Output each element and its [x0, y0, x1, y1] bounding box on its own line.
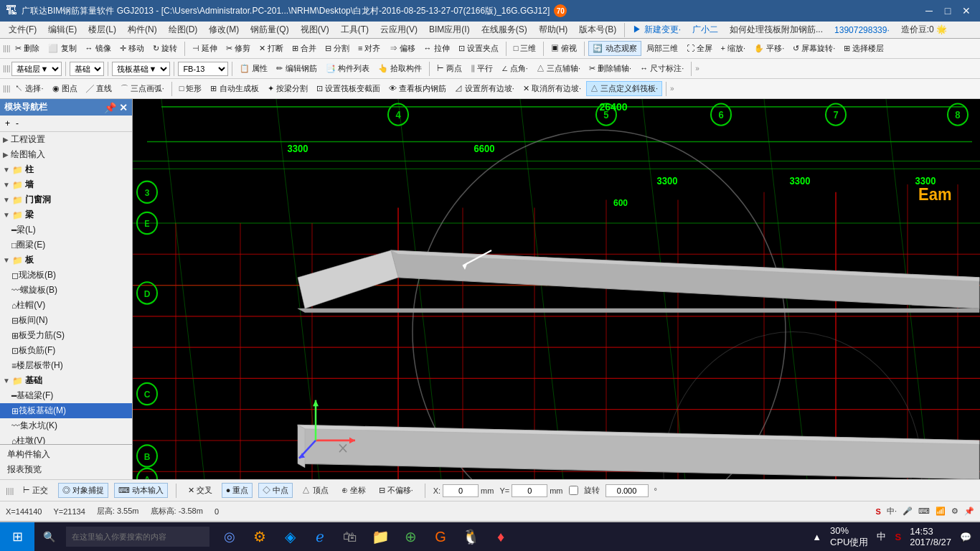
btn-view[interactable]: ▣ 俯视: [547, 42, 580, 55]
sidebar-item-beam-l[interactable]: ━ 梁(L): [0, 222, 132, 237]
btn-ortho[interactable]: ⊢ 正交: [19, 484, 52, 497]
sidebar-group-door[interactable]: ▼ 📁门窗洞: [0, 192, 132, 207]
sidebar-item-slab-force[interactable]: ⊞ 板受力筋(S): [0, 328, 132, 343]
slab-name-select[interactable]: FB-13: [178, 62, 228, 76]
menu-version[interactable]: 版本号(B): [573, 22, 622, 37]
btn-auto-slab[interactable]: ⊞ 自动生成板: [207, 82, 262, 95]
x-input[interactable]: [443, 484, 479, 497]
btn-component-list[interactable]: 📑 构件列表: [322, 62, 373, 75]
btn-local-3d[interactable]: 局部三维: [643, 42, 682, 55]
sidebar-item-slab-neg[interactable]: ⊡ 板负筋(F): [0, 343, 132, 358]
btn-copy[interactable]: ⬜ 复制: [44, 42, 80, 55]
btn-pick-component[interactable]: 👆 拾取构件: [374, 62, 425, 75]
menu-file[interactable]: 文件(F): [3, 22, 42, 37]
btn-parallel[interactable]: ∥ 平行: [467, 62, 496, 75]
menu-online[interactable]: 在线服务(S): [476, 22, 533, 37]
btn-dynamic-input[interactable]: ⌨ 动本输入: [114, 483, 168, 498]
btn-three-point-slab[interactable]: △ 三点定义斜筏板·: [586, 81, 662, 96]
btn-point[interactable]: ◉ 图点: [49, 82, 81, 95]
taskbar-lang-icon[interactable]: 中: [874, 530, 889, 543]
taskbar-icon-app2[interactable]: ◈: [275, 522, 304, 551]
btn-trim[interactable]: ✂ 修剪: [222, 42, 254, 55]
taskbar-icon-ggj[interactable]: G: [426, 522, 455, 551]
btn-cross[interactable]: ✕ 交叉: [184, 484, 216, 497]
btn-rotate[interactable]: ↻ 旋转: [149, 42, 181, 55]
canvas-area[interactable]: 4 5 6 7 8 3 E D C B A 26400 3300 660: [133, 99, 980, 479]
sidebar-item-settings[interactable]: ▶工程设置: [0, 132, 132, 147]
btn-property[interactable]: 📋 属性: [236, 62, 271, 75]
sidebar-item-raft[interactable]: ⊞ 筏板基础(M): [0, 403, 132, 418]
taskbar-icon-qq[interactable]: 🐧: [456, 522, 485, 551]
btn-align[interactable]: ≡ 对齐: [354, 42, 384, 55]
btn-stretch[interactable]: ↔ 拉伸: [420, 42, 453, 55]
menu-new-change[interactable]: ▶ 新建变更·: [627, 22, 687, 37]
btn-select-layer[interactable]: ⊞ 选择楼层: [840, 42, 887, 55]
layer-type-select[interactable]: 基础: [70, 62, 104, 76]
btn-snap[interactable]: ◎ 对象捕捉: [58, 483, 108, 498]
menu-tools[interactable]: 工具(T): [335, 22, 374, 37]
btn-move[interactable]: ✛ 移动: [116, 42, 148, 55]
sidebar-close-icon[interactable]: ✕: [119, 102, 128, 113]
menu-help[interactable]: 帮助(H): [533, 22, 574, 37]
btn-line[interactable]: ╱ 直线: [83, 82, 116, 95]
sidebar-item-spiral-slab[interactable]: 〰 螺旋板(B): [0, 283, 132, 298]
taskbar-icon-cortana[interactable]: ◎: [215, 522, 244, 551]
taskbar-icon-app3[interactable]: ♦: [486, 522, 515, 551]
minimize-button[interactable]: ─: [921, 3, 937, 19]
sidebar-item-sump[interactable]: 〰 集水坑(K): [0, 418, 132, 433]
rotate-input[interactable]: [606, 484, 649, 497]
menu-cloud[interactable]: 云应用(V): [374, 22, 423, 37]
sidebar-minus-btn[interactable]: -: [14, 118, 21, 129]
taskbar-notification[interactable]: 💬: [957, 532, 974, 542]
start-button[interactable]: ⊞: [0, 522, 34, 551]
btn-dimension[interactable]: ↔ 尺寸标注·: [636, 62, 687, 75]
close-button[interactable]: ✕: [958, 3, 974, 19]
menu-phone[interactable]: 13907298339·: [829, 24, 895, 37]
menu-view[interactable]: 视图(V): [295, 22, 335, 37]
taskbar-expand-icon[interactable]: ▲: [809, 532, 824, 542]
btn-no-offset[interactable]: ⊟ 不偏移·: [375, 484, 417, 497]
sidebar-item-floor-band[interactable]: ≡ 楼层板带(H): [0, 358, 132, 373]
sidebar-add-btn[interactable]: +: [3, 118, 12, 129]
btn-delete[interactable]: ✂ 删除: [11, 42, 43, 55]
btn-coord[interactable]: ⊕ 坐标: [338, 484, 369, 497]
btn-fullscreen[interactable]: ⛶ 全屏: [683, 42, 716, 55]
btn-view-slab-rebar[interactable]: 👁 查看板内钢筋: [385, 82, 450, 95]
btn-edit-rebar[interactable]: ✏ 编辑钢筋: [273, 62, 320, 75]
maximize-button[interactable]: □: [940, 3, 956, 19]
sidebar-item-draw[interactable]: ▶绘图输入: [0, 147, 132, 162]
sidebar-group-column[interactable]: ▼ 📁柱: [0, 162, 132, 177]
taskbar-search-input[interactable]: [66, 527, 209, 547]
btn-pan[interactable]: ✋ 平移·: [750, 42, 788, 55]
sidebar-item-found-beam[interactable]: ━ 基础梁(F): [0, 388, 132, 403]
btn-arc[interactable]: ⌒ 三点画弧·: [117, 82, 168, 95]
btn-mirror[interactable]: ↔ 镜像: [82, 42, 115, 55]
sidebar-group-slab[interactable]: ▼ 📁板: [0, 253, 132, 268]
btn-vertex[interactable]: △ 顶点: [298, 484, 331, 497]
btn-three-point-axis[interactable]: △ 三点辅轴·: [533, 62, 584, 75]
menu-question[interactable]: 如何处理筏板附加钢筋...: [724, 22, 829, 37]
sidebar-group-foundation[interactable]: ▼ 📁基础: [0, 373, 132, 388]
btn-set-section[interactable]: ⊡ 设置筏板变截面: [313, 82, 384, 95]
btn-extend[interactable]: ⊣ 延伸: [189, 42, 221, 55]
taskbar-icon-store[interactable]: 🛍: [336, 522, 364, 551]
btn-delete-axis[interactable]: ✂ 删除辅轴·: [585, 62, 635, 75]
btn-3d[interactable]: □ 三维: [510, 42, 540, 55]
sidebar-item-col-dunce[interactable]: ⌂ 柱墩(V): [0, 433, 132, 444]
sidebar-item-single[interactable]: 单构件输入: [4, 447, 128, 462]
sidebar-header-icons[interactable]: 📌 ✕: [104, 102, 128, 113]
btn-gravity[interactable]: ● 重点: [222, 483, 253, 498]
btn-merge[interactable]: ⊞ 合并: [288, 42, 320, 55]
slab-type-select[interactable]: 筏板基础▼: [112, 62, 170, 76]
sidebar-item-cast-slab[interactable]: ◻ 现浇板(B): [0, 268, 132, 283]
sidebar-group-wall[interactable]: ▼ 📁墙: [0, 177, 132, 192]
titlebar-controls[interactable]: ─ □ ✕: [921, 3, 974, 19]
btn-screen-rotate[interactable]: ↺ 屏幕旋转·: [789, 42, 839, 55]
y-input[interactable]: [512, 484, 547, 497]
menu-draw[interactable]: 绘图(D): [163, 22, 204, 37]
rotate-checkbox[interactable]: [569, 486, 578, 495]
menu-rebar-qty[interactable]: 钢筋量(Q): [245, 22, 294, 37]
btn-set-all-slope[interactable]: ⊿ 设置所有边坡·: [451, 82, 518, 95]
btn-dynamic-view[interactable]: 🔄 动态观察: [588, 41, 641, 56]
layer-select[interactable]: 基础层▼: [11, 62, 62, 76]
